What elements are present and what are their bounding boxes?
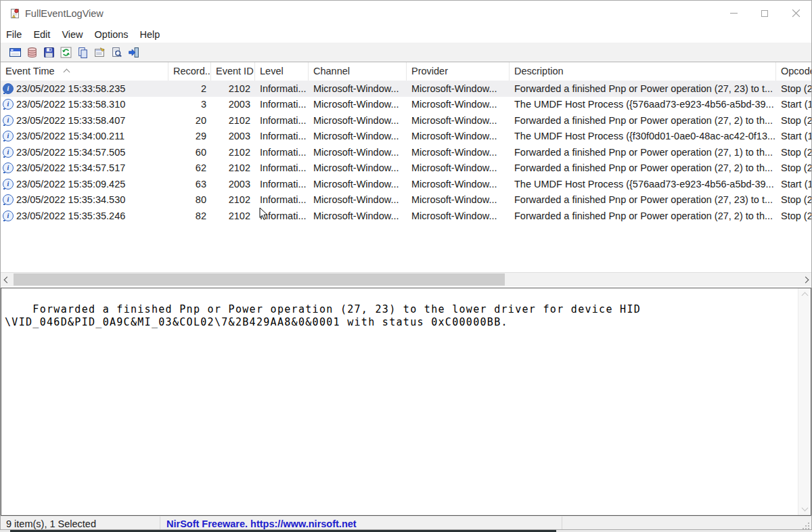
- resize-grip[interactable]: [802, 522, 810, 530]
- table-row[interactable]: i23/05/2022 15:35:34.530802102Informati.…: [1, 192, 811, 208]
- refresh-button[interactable]: [58, 44, 74, 60]
- provider-cell: Microsoft-Window...: [407, 210, 510, 221]
- column-header-opcode[interactable]: Opcode: [776, 62, 811, 81]
- table-row[interactable]: i23/05/2022 15:33:58.407202102Informati.…: [1, 112, 811, 129]
- provider-cell: Microsoft-Window...: [407, 83, 510, 94]
- menu-item-help[interactable]: Help: [140, 29, 166, 40]
- horizontal-scrollbar[interactable]: [1, 272, 811, 286]
- table-row[interactable]: i23/05/2022 15:35:35.246822102Informati.…: [1, 208, 811, 224]
- event-time-text: 23/05/2022 15:33:58.235: [16, 83, 125, 94]
- event-id-cell: 2102: [211, 83, 255, 94]
- statusbar: 9 item(s), 1 Selected NirSoft Freeware. …: [1, 516, 811, 530]
- save-floppy-icon: [43, 47, 55, 58]
- find-button[interactable]: [108, 44, 125, 60]
- description-cell: The UMDF Host Process ({576aad73-e923-4b…: [510, 99, 776, 110]
- table-row[interactable]: i23/05/2022 15:33:58.23522102Informati..…: [1, 81, 811, 97]
- event-id-cell: 2102: [211, 162, 255, 173]
- save-selected-items-button[interactable]: [41, 44, 58, 60]
- level-cell: Informati...: [255, 162, 309, 173]
- menubar: File Edit View Options Help: [1, 26, 811, 43]
- description-cell: Forwarded a finished Pnp or Power operat…: [510, 115, 776, 126]
- table-row[interactable]: i23/05/2022 15:34:57.505602102Informati.…: [1, 144, 811, 160]
- data-source-window-icon: [9, 47, 21, 58]
- event-time-cell: i23/05/2022 15:34:57.505: [1, 147, 168, 158]
- opcode-cell: Stop (2): [776, 210, 811, 221]
- channel-cell: Microsoft-Window...: [309, 83, 407, 94]
- opcode-cell: Start (1): [776, 99, 811, 110]
- opcode-cell: Stop (2): [776, 115, 811, 126]
- description-cell: The UMDF Host Process ({f30f0d01-0ae0-48…: [510, 131, 776, 141]
- vertical-scrollbar[interactable]: [798, 288, 811, 515]
- exit-button[interactable]: [125, 44, 142, 60]
- scroll-left-button[interactable]: [1, 273, 13, 286]
- record-cell: 2: [168, 83, 211, 94]
- advanced-options-button[interactable]: [24, 44, 41, 60]
- event-time-text: 23/05/2022 15:34:57.505: [16, 147, 125, 158]
- channel-cell: Microsoft-Window...: [309, 115, 407, 126]
- opcode-cell: Stop (2): [776, 83, 811, 94]
- information-level-icon: i: [3, 115, 14, 126]
- information-level-icon: i: [3, 194, 14, 205]
- minimize-button[interactable]: [718, 1, 749, 26]
- column-header-event-id[interactable]: Event ID: [211, 62, 255, 81]
- copy-selected-items-button[interactable]: [74, 44, 91, 60]
- information-level-icon: i: [3, 83, 14, 94]
- table-row[interactable]: i23/05/2022 15:34:00.211292003Informati.…: [1, 129, 811, 145]
- table-row[interactable]: i23/05/2022 15:35:09.425632003Informati.…: [1, 176, 811, 192]
- event-description-pane[interactable]: Forwarded a finished Pnp or Power operat…: [1, 288, 811, 516]
- event-list: Event Time Record... Event ID Level Chan…: [1, 62, 811, 286]
- horizontal-scrollbar-thumb[interactable]: [14, 273, 505, 286]
- column-header-event-time[interactable]: Event Time: [1, 62, 168, 81]
- column-header-record[interactable]: Record...: [168, 62, 211, 81]
- app-icon: [9, 8, 20, 19]
- toolbar: [1, 43, 811, 62]
- level-cell: Informati...: [255, 179, 309, 190]
- menu-item-view[interactable]: View: [62, 29, 89, 40]
- event-time-cell: i23/05/2022 15:33:58.235: [1, 83, 168, 94]
- chevron-up-icon: [801, 292, 808, 299]
- table-body: i23/05/2022 15:33:58.23522102Informati..…: [1, 81, 811, 224]
- description-cell: Forwarded a finished Pnp or Power operat…: [510, 194, 776, 205]
- channel-cell: Microsoft-Window...: [309, 162, 407, 173]
- event-id-cell: 2003: [211, 179, 255, 190]
- menu-item-edit[interactable]: Edit: [33, 29, 56, 40]
- provider-cell: Microsoft-Window...: [407, 131, 510, 141]
- table-row[interactable]: i23/05/2022 15:34:57.517622102Informati.…: [1, 160, 811, 177]
- nirsoft-link[interactable]: NirSoft Freeware. https://www.nirsoft.ne…: [166, 518, 357, 529]
- channel-cell: Microsoft-Window...: [309, 147, 407, 158]
- event-time-text: 23/05/2022 15:34:57.517: [16, 162, 125, 173]
- opcode-cell: Stop (2): [776, 162, 811, 173]
- event-time-text: 23/05/2022 15:33:58.310: [16, 99, 125, 110]
- provider-cell: Microsoft-Window...: [407, 147, 510, 158]
- statusbar-items-panel: 9 item(s), 1 Selected: [1, 516, 160, 530]
- scroll-down-button[interactable]: [798, 502, 811, 514]
- event-id-cell: 2003: [211, 131, 255, 141]
- description-cell: Forwarded a finished Pnp or Power operat…: [510, 162, 776, 173]
- column-header-level[interactable]: Level: [255, 62, 309, 81]
- level-cell: Informati...: [255, 194, 309, 205]
- menu-item-file[interactable]: File: [6, 29, 28, 40]
- column-header-description[interactable]: Description: [510, 62, 776, 81]
- properties-button[interactable]: [91, 44, 108, 60]
- titlebar: FullEventLogView: [1, 1, 811, 26]
- mouse-cursor: [259, 207, 269, 221]
- information-level-icon: i: [3, 147, 14, 158]
- scroll-up-button[interactable]: [798, 290, 811, 301]
- column-header-channel[interactable]: Channel: [309, 62, 407, 81]
- opcode-cell: Stop (2): [776, 194, 811, 205]
- scroll-right-button[interactable]: [799, 273, 811, 286]
- opcode-cell: Stop (2): [776, 147, 811, 158]
- information-level-icon: i: [3, 162, 14, 173]
- menu-item-options[interactable]: Options: [95, 29, 135, 40]
- provider-cell: Microsoft-Window...: [407, 162, 510, 173]
- record-cell: 29: [168, 131, 211, 141]
- table-row[interactable]: i23/05/2022 15:33:58.31032003Informati..…: [1, 97, 811, 113]
- choose-data-source-button[interactable]: [7, 44, 24, 60]
- close-button[interactable]: [780, 1, 811, 26]
- opcode-cell: Start (1): [776, 179, 811, 190]
- refresh-icon: [60, 47, 72, 58]
- event-time-cell: i23/05/2022 15:33:58.407: [1, 115, 168, 126]
- column-header-provider[interactable]: Provider: [407, 62, 510, 81]
- record-cell: 3: [168, 99, 211, 110]
- maximize-button[interactable]: [749, 1, 780, 26]
